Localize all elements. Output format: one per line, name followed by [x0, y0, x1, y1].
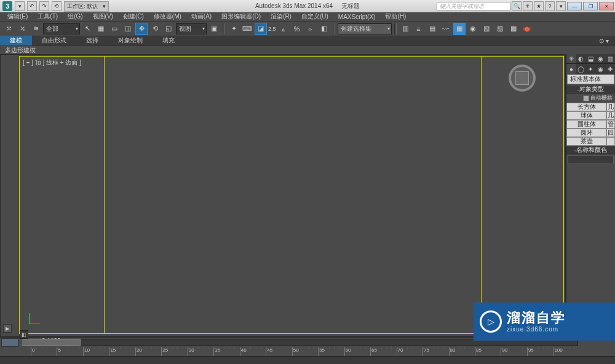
spinner-snap-icon[interactable]: ⟐	[304, 23, 317, 35]
primitive-tube-button[interactable]: 管	[606, 120, 615, 129]
primitive-cone-button[interactable]: 几	[606, 103, 615, 111]
tab-selection[interactable]: 选择	[76, 36, 108, 46]
use-center-icon[interactable]: ▣	[208, 23, 220, 35]
select-name-icon[interactable]: ▦	[95, 23, 107, 35]
help-icon[interactable]: ?	[545, 1, 555, 11]
render-icon[interactable]: 🫖	[521, 23, 533, 35]
select-link-icon[interactable]: ⤱	[2, 23, 15, 35]
primitive-geosphere-button[interactable]: 几	[606, 111, 615, 120]
cameras-subtab-icon[interactable]: ◉	[595, 64, 605, 74]
primitive-box-button[interactable]: 长方体	[566, 103, 606, 111]
time-scrub-handle[interactable]	[22, 339, 81, 346]
maximize-button[interactable]: ❐	[583, 2, 598, 10]
category-dropdown[interactable]: 标准基本体	[567, 74, 614, 84]
motion-tab-icon[interactable]: ◉	[595, 54, 605, 63]
autogrid-checkbox[interactable]	[583, 95, 589, 101]
tab-populate[interactable]: 填充	[153, 36, 184, 46]
manipulate-icon[interactable]: ✦	[228, 23, 240, 35]
undo-icon[interactable]: ↶	[27, 1, 37, 11]
select-rotate-icon[interactable]: ⟲	[149, 23, 161, 35]
schematic-view-icon[interactable]: ▦	[453, 23, 466, 35]
primitive-sphere-button[interactable]: 球体	[566, 111, 606, 120]
tab-objectpaint[interactable]: 对象绘制	[108, 36, 153, 46]
selection-filter-dropdown[interactable]: 全部	[43, 23, 80, 34]
bind-space-icon[interactable]: ≋	[30, 23, 42, 35]
object-name-input[interactable]	[568, 156, 614, 164]
comm-icon[interactable]: ✳	[523, 1, 533, 11]
close-button[interactable]: ✕	[599, 2, 614, 10]
ruler-tick: 0	[31, 347, 57, 356]
menu-animation[interactable]: 动画(A)	[186, 12, 216, 21]
time-ruler[interactable]: 0510152025303540455055606570758085909510…	[31, 347, 579, 356]
edit-named-sel-icon[interactable]: ◧	[318, 23, 330, 35]
open-icon[interactable]: ▾	[15, 1, 25, 11]
primitive-teapot-button[interactable]: 茶壶	[566, 137, 606, 146]
object-type-rollout[interactable]: - 对象类型	[566, 85, 615, 93]
primitive-torus-button[interactable]: 圆环	[566, 129, 606, 137]
tab-freeform[interactable]: 自由形式	[32, 36, 76, 46]
mirror-icon[interactable]: ▥	[399, 23, 411, 35]
curve-editor-icon[interactable]: 〰	[440, 23, 452, 35]
geometry-subtab-icon[interactable]: ●	[566, 64, 576, 74]
menu-grapheditors[interactable]: 图形编辑器(D)	[216, 12, 266, 21]
menu-create[interactable]: 创建(C)	[118, 12, 149, 21]
signin-icon[interactable]: ▾	[556, 1, 566, 11]
percent-snap-icon[interactable]: %	[291, 23, 303, 35]
create-tab-icon[interactable]: ✳	[566, 54, 576, 63]
menu-edit[interactable]: 编辑(E)	[2, 12, 33, 21]
menu-group[interactable]: 组(G)	[63, 12, 87, 21]
keyboard-shortcut-icon[interactable]: ⌨	[241, 23, 253, 35]
material-editor-icon[interactable]: ◉	[467, 23, 479, 35]
viewport-label[interactable]: [ + ] 顶 ] 线框 + 边面 ]	[23, 58, 81, 67]
ref-coord-dropdown[interactable]: 视图	[176, 23, 207, 34]
workspace-selector[interactable]: 工作区: 默认▾	[64, 1, 109, 12]
name-color-rollout[interactable]: - 名称和颜色	[566, 146, 615, 154]
keyframe-mode-icon[interactable]: ◧	[20, 330, 28, 339]
select-move-icon[interactable]: ✥	[135, 23, 148, 35]
unlink-icon[interactable]: ⤰	[16, 23, 28, 35]
named-selection-dropdown[interactable]: 创建选择集	[338, 23, 392, 34]
hierarchy-tab-icon[interactable]: ⬓	[586, 54, 596, 63]
search-icon[interactable]: 🔍	[512, 1, 522, 11]
menu-rendering[interactable]: 渲染(R)	[266, 12, 296, 21]
select-rect-icon[interactable]: ▭	[108, 23, 121, 35]
render-setup-icon[interactable]: ▧	[480, 23, 493, 35]
viewcube[interactable]	[509, 65, 536, 92]
angle-snap-value: 2.5	[268, 26, 276, 32]
select-object-icon[interactable]: ↖	[81, 23, 93, 35]
helpers-subtab-icon[interactable]: ✚	[605, 64, 615, 74]
align-icon[interactable]: ≡	[413, 23, 425, 35]
app-icon[interactable]: 3	[2, 1, 12, 11]
ribbon-toggle-icon[interactable]: ⊙ ▾	[593, 38, 615, 44]
layers-icon[interactable]: ▤	[426, 23, 438, 35]
render-frame-icon[interactable]: ▨	[494, 23, 506, 35]
menu-help[interactable]: 帮助(H)	[380, 12, 411, 21]
time-slider-start[interactable]	[1, 338, 18, 347]
angle-snap-icon[interactable]: ⟁	[277, 23, 290, 35]
redo-icon[interactable]: ↷	[39, 1, 49, 11]
modify-tab-icon[interactable]: ◐	[576, 54, 586, 63]
lights-subtab-icon[interactable]: ✦	[586, 64, 596, 74]
primitive-pyramid-button[interactable]: 四	[606, 129, 615, 137]
scroll-right-icon[interactable]: ▶	[3, 324, 12, 333]
shapes-subtab-icon[interactable]: ◯	[576, 64, 586, 74]
help-search-input[interactable]: 键入关键字或短语	[437, 2, 510, 10]
snap-2d-icon[interactable]: ◪	[255, 23, 267, 35]
primitive-cylinder-button[interactable]: 圆柱体	[566, 120, 606, 129]
tab-modeling[interactable]: 建模	[0, 36, 32, 46]
star-icon[interactable]: ★	[534, 1, 544, 11]
ruler-tick: 25	[161, 347, 187, 356]
menu-maxscript[interactable]: MAXScript(X)	[333, 14, 381, 20]
select-scale-icon[interactable]: ◱	[162, 23, 175, 35]
menu-modifiers[interactable]: 修改器(M)	[149, 12, 186, 21]
minimize-button[interactable]: —	[567, 2, 582, 10]
menu-customize[interactable]: 自定义(U)	[296, 12, 333, 21]
viewport[interactable]: [ + ] 顶 ] 线框 + 边面 ] ● ● ▶	[0, 54, 566, 337]
menu-views[interactable]: 视图(V)	[88, 12, 118, 21]
render-production-icon[interactable]: ▩	[507, 23, 520, 35]
link-icon[interactable]: ⟲	[52, 1, 62, 11]
window-crossing-icon[interactable]: ◫	[122, 23, 134, 35]
display-tab-icon[interactable]: ▥	[605, 54, 615, 63]
menu-tools[interactable]: 工具(T)	[33, 12, 63, 21]
primitive-plane-button[interactable]	[606, 137, 615, 146]
